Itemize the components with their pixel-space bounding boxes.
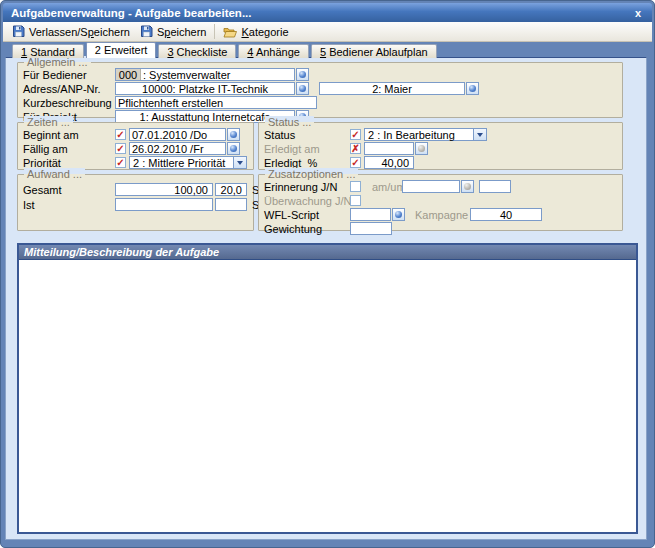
open-folder-icon <box>223 26 237 38</box>
gesamt-stunden-field[interactable]: 100,00 <box>115 183 213 196</box>
beginnt-am-checkbox[interactable]: ✓ <box>115 129 126 140</box>
lookup-ball-icon <box>418 145 425 152</box>
fuer-bediener-row: Für Bediener 000 : Systemverwalter <box>18 68 622 81</box>
fuer-bediener-label: Für Bediener <box>23 69 115 81</box>
wfl-script-row: WFL-Script Kampagne 40 <box>259 208 622 221</box>
beginnt-am-spinner-button[interactable] <box>227 128 240 141</box>
ist-tage-field[interactable] <box>215 198 247 211</box>
dropdown-arrow-icon <box>477 133 483 137</box>
app-window: Aufgabenverwaltung - Aufgabe bearbeiten.… <box>0 0 655 548</box>
tab-anhaenge[interactable]: 4 Anhänge <box>238 44 309 58</box>
erledigt-pct-checkbox[interactable]: ✓ <box>350 157 361 168</box>
zeiten-group-title: Zeiten ... <box>24 116 73 129</box>
status-row: Status ✓ 2 : In Bearbeitung <box>259 128 622 141</box>
status-checkbox[interactable]: ✓ <box>350 129 361 140</box>
erledigt-am-date-field[interactable] <box>364 142 414 155</box>
erledigt-am-spinner-button[interactable] <box>415 142 428 155</box>
verlassen-speichern-label: Verlassen/Speichern <box>29 26 130 38</box>
status-group-title: Status ... <box>265 116 314 129</box>
ansprechpartner-select[interactable]: 2: Maier <box>319 82 465 95</box>
gesamt-tage-field[interactable]: 20,0 <box>215 183 247 196</box>
faellig-am-spinner-button[interactable] <box>227 142 240 155</box>
gewichtung-field[interactable] <box>350 222 392 235</box>
kategorie-label: Kategorie <box>241 26 288 38</box>
close-icon: x <box>635 7 641 19</box>
speichern-label: Speichern <box>157 26 207 38</box>
kampagne-label: Kampagne <box>415 209 470 221</box>
ansprechpartner-lookup-button[interactable] <box>466 82 479 95</box>
wfl-script-lookup-button[interactable] <box>392 208 405 221</box>
toolbar: Verlassen/Speichern Speichern Kategorie <box>3 22 652 42</box>
ist-stunden-field[interactable] <box>115 198 213 211</box>
ueberwachung-checkbox[interactable] <box>350 195 361 206</box>
aufwand-groupbox: Aufwand ... Gesamt 100,00 20,0 Std./Tage… <box>17 174 254 231</box>
erinnerung-time-field[interactable] <box>479 180 511 193</box>
status-label: Status <box>264 129 350 141</box>
adress-row: Adress/ANP-Nr. 10000: Platzke IT-Technik… <box>18 82 622 95</box>
lookup-ball-icon <box>299 85 306 92</box>
erledigt-pct-field[interactable]: 40,00 <box>364 156 414 169</box>
erledigt-am-checkbox[interactable]: ✗ <box>350 143 361 154</box>
adress-select[interactable]: 10000: Platzke IT-Technik <box>115 82 295 95</box>
adress-lookup-button[interactable] <box>296 82 309 95</box>
prioritaet-label: Priorität <box>23 157 115 169</box>
beginnt-am-date-field[interactable]: 07.01.2010 /Do <box>129 128 226 141</box>
mitteilung-textarea[interactable] <box>19 260 636 532</box>
tab-standard[interactable]: 1 Standard <box>12 44 84 58</box>
zeiten-groupbox: Zeiten ... Beginnt am ✓ 07.01.2010 /Do F… <box>17 122 254 170</box>
fuer-bediener-select[interactable]: 000 : Systemverwalter <box>115 68 295 81</box>
fuer-bediener-lookup-button[interactable] <box>296 68 309 81</box>
content-panel: Allgemein ... Für Bediener 000 : Systemv… <box>5 57 647 540</box>
prioritaet-combobox[interactable]: 2 : Mittlere Priorität <box>129 156 247 169</box>
tab-checkliste[interactable]: 3 Checkliste <box>158 44 236 58</box>
faellig-am-date-field[interactable]: 26.02.2010 /Fr <box>129 142 226 155</box>
aufwand-group-title: Aufwand ... <box>24 168 85 181</box>
mitteilung-box: Mitteilung/Beschreibung der Aufgabe <box>17 243 638 534</box>
prioritaet-value: 2 : Mittlere Priorität <box>130 157 233 169</box>
kurzbeschreibung-input[interactable]: Pflichtenheft erstellen <box>115 96 317 109</box>
kurzbeschreibung-label: Kurzbeschreibung <box>23 97 115 109</box>
kampagne-field[interactable]: 40 <box>470 208 542 221</box>
erledigt-am-label: Erledigt am <box>264 143 350 155</box>
status-combobox[interactable]: 2 : In Bearbeitung <box>364 128 487 141</box>
erinnerung-date-combobox[interactable] <box>402 180 460 193</box>
close-button[interactable]: x <box>632 7 644 19</box>
kategorie-button[interactable]: Kategorie <box>218 23 293 40</box>
erledigt-am-row: Erledigt am ✗ <box>259 142 622 155</box>
status-value: 2 : In Bearbeitung <box>365 129 473 141</box>
titlebar: Aufgabenverwaltung - Aufgabe bearbeiten.… <box>3 3 652 22</box>
lookup-ball-icon <box>230 131 237 138</box>
tab-bar: 1 Standard 2 Erweitert 3 Checkliste 4 An… <box>12 42 437 58</box>
tab-erweitert[interactable]: 2 Erweitert <box>86 42 157 58</box>
wfl-script-combobox[interactable] <box>350 208 391 221</box>
save-icon <box>140 25 153 38</box>
beginnt-am-label: Beginnt am <box>23 129 115 141</box>
erledigt-pct-label: Erledigt_% <box>264 157 350 169</box>
kurzbeschreibung-row: Kurzbeschreibung Pflichtenheft erstellen <box>18 96 622 109</box>
beginnt-am-row: Beginnt am ✓ 07.01.2010 /Do <box>18 128 253 141</box>
toolbar-separator <box>214 24 215 39</box>
ist-row: Ist Std./Tage <box>18 198 253 211</box>
lookup-ball-icon <box>469 85 476 92</box>
erinnerung-checkbox[interactable] <box>350 181 361 192</box>
tab-bediener-ablaufplan[interactable]: 5 Bediener Ablaufplan <box>311 44 437 58</box>
window-title: Aufgabenverwaltung - Aufgabe bearbeiten.… <box>11 7 632 19</box>
status-groupbox: Status ... Status ✓ 2 : In Bearbeitung E… <box>258 122 623 170</box>
am-um-label: am/um <box>372 181 402 193</box>
dropdown-arrow-icon <box>237 161 243 165</box>
gewichtung-label: Gewichtung <box>264 223 350 235</box>
verlassen-speichern-button[interactable]: Verlassen/Speichern <box>7 23 135 40</box>
speichern-button[interactable]: Speichern <box>135 23 212 40</box>
erinnerung-date-spinner-button[interactable] <box>461 180 474 193</box>
status-dropdown-button[interactable] <box>473 129 486 140</box>
prioritaet-dropdown-button[interactable] <box>233 157 246 168</box>
lookup-ball-icon <box>464 183 471 190</box>
lookup-ball-icon <box>299 71 306 78</box>
save-icon <box>12 25 25 38</box>
faellig-am-checkbox[interactable]: ✓ <box>115 143 126 154</box>
zusatzoptionen-group-title: Zusatzoptionen ... <box>265 168 358 181</box>
prioritaet-checkbox[interactable]: ✓ <box>115 157 126 168</box>
lookup-ball-icon <box>230 145 237 152</box>
faellig-am-label: Fällig am <box>23 143 115 155</box>
allgemein-groupbox: Allgemein ... Für Bediener 000 : Systemv… <box>17 62 623 118</box>
